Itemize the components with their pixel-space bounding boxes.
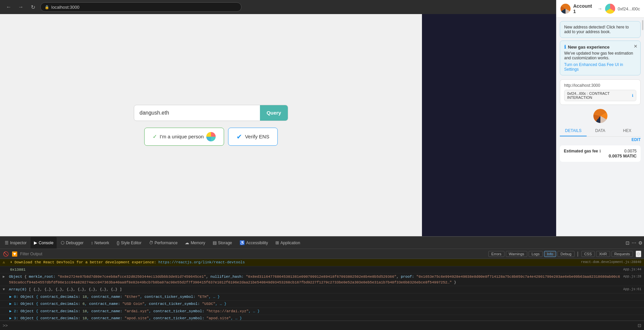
gas-fee-section: Estimated gas fee ℹ 0.0075 0.0075 MATIC xyxy=(560,145,641,162)
contract-info-icon[interactable]: ℹ xyxy=(632,93,633,98)
console-source: App.js:61 xyxy=(623,287,641,292)
browser-chrome: ← → ↻ 🔒 localhost:3000 xyxy=(0,0,644,14)
console-prompt: >> xyxy=(3,323,8,328)
errors-filter-button[interactable]: Errors xyxy=(488,251,504,257)
expand-icon[interactable]: ▶ xyxy=(3,274,5,280)
responsive-mode-button[interactable]: ⊡ xyxy=(626,240,630,246)
security-icon: 🔒 xyxy=(45,5,49,9)
fox-logo xyxy=(593,109,607,123)
site-info: http://localhost:3000 0xf24...l00c : CON… xyxy=(560,79,641,105)
metamask-header: Account 1 → 0xf24...l00c xyxy=(556,0,644,18)
xhr-filter-button[interactable]: XHR xyxy=(596,251,610,257)
tab-data[interactable]: DATA xyxy=(587,126,613,136)
tab-inspector[interactable]: ☰ Inspector xyxy=(1,237,30,249)
verify-icon: ✔ xyxy=(236,133,242,141)
warnings-filter-button[interactable]: Warnings xyxy=(506,251,527,257)
worldid-button[interactable]: ✓ I'm a unique person xyxy=(144,128,224,146)
network-label: Network xyxy=(95,241,109,245)
gas-notice-close-button[interactable]: ✕ xyxy=(634,44,638,49)
contract-badge: 0xf24...l00c : CONTRACT INTERACTION ℹ xyxy=(564,90,636,101)
gas-notice: ✕ ℹ New gas experience We've updated how… xyxy=(560,41,641,75)
address-short: 0xf24...l00c xyxy=(618,6,640,11)
css-filter-button[interactable]: CSS xyxy=(581,251,595,257)
page-content: Query ✓ I'm a unique person ✔ Verify ENS xyxy=(134,105,288,146)
tab-storage[interactable]: ▤ Storage xyxy=(209,237,235,249)
console-output: ⚠ ⬇ Download the React DevTools for a be… xyxy=(0,259,644,321)
expand-icon[interactable]: ▼ xyxy=(3,287,5,292)
arrow-icon[interactable]: → xyxy=(598,6,602,11)
debug-filter-button[interactable]: Debug xyxy=(557,251,574,257)
reload-button[interactable]: ↻ xyxy=(28,2,38,12)
style-editor-icon: {} xyxy=(117,240,120,245)
tab-accessibility[interactable]: ♿ Accessibility xyxy=(236,237,271,249)
filter-toggle-button[interactable]: 🔽 xyxy=(11,251,17,257)
accessibility-label: Accessibility xyxy=(246,241,268,245)
console-text: 0x13881 xyxy=(10,267,621,273)
check-icon: ✓ xyxy=(153,133,157,140)
inspector-icon: ☰ xyxy=(5,240,9,245)
inspector-label: Inspector xyxy=(10,241,26,245)
filter-output-label: Filter Output xyxy=(20,252,42,256)
logs-filter-button[interactable]: Logs xyxy=(529,251,543,257)
devtools-panel: ☰ Inspector ▶ Console ⬡ Debugger ↕ Netwo… xyxy=(0,236,644,330)
search-bar: Query xyxy=(134,105,288,121)
tab-details[interactable]: DETAILS xyxy=(560,126,587,136)
console-text: ▶ 1: Object { contract_decimals: 6, cont… xyxy=(9,301,641,307)
gas-fee-label: Estimated gas fee ℹ xyxy=(564,149,601,153)
contract-badge-text: 0xf24...l00c : CONTRACT INTERACTION xyxy=(567,91,630,100)
console-settings-button[interactable]: ⚙ xyxy=(636,251,641,257)
console-line[interactable]: ▶ Object { merkle_root: "0x8e2724e87b8d7… xyxy=(0,273,644,286)
address-bar[interactable]: 🔒 localhost:3000 xyxy=(40,2,241,12)
action-buttons: ✓ I'm a unique person ✔ Verify ENS xyxy=(144,128,278,146)
tab-application[interactable]: ⊞ Application xyxy=(272,237,304,249)
fox-logo-container xyxy=(556,109,644,123)
console-line: ▶ 1: Object { contract_decimals: 6, cont… xyxy=(0,301,644,308)
console-input-row: >> ⊡ xyxy=(0,321,644,330)
console-toolbar: 🚫 🔽 Filter Output Errors Warnings Logs I… xyxy=(0,249,644,259)
more-tools-button[interactable]: ⋯ xyxy=(632,240,636,246)
gas-notice-body: We've updated how gas fee estimation and… xyxy=(564,51,633,60)
notification-text: New address detected! Click here to add … xyxy=(564,25,629,34)
metamask-scrollbar[interactable] xyxy=(642,20,643,30)
devtools-right-controls: ⊡ ⋯ ⚙ xyxy=(626,240,643,246)
style-editor-label: Style Editor xyxy=(121,241,141,245)
gas-notice-link[interactable]: Turn on Enhanced Gas Fee UI in Settings xyxy=(564,62,636,72)
performance-label: Performance xyxy=(155,241,178,245)
info-filter-button[interactable]: Info xyxy=(544,251,556,257)
address-notification[interactable]: New address detected! Click here to add … xyxy=(560,21,641,38)
clear-console-button[interactable]: 🚫 xyxy=(3,251,9,257)
console-line: ▶ 0: Object { contract_decimals: 18, con… xyxy=(0,293,644,301)
worldid-button-label: I'm a unique person xyxy=(160,134,204,139)
verify-ens-button[interactable]: ✔ Verify ENS xyxy=(228,128,278,146)
query-button[interactable]: Query xyxy=(260,105,288,121)
verify-button-label: Verify ENS xyxy=(245,134,269,139)
back-button[interactable]: ← xyxy=(4,2,13,12)
tab-debugger[interactable]: ⬡ Debugger xyxy=(57,237,87,249)
tab-hex[interactable]: HEX xyxy=(614,126,641,136)
tab-performance[interactable]: ⏱ Performance xyxy=(146,237,181,249)
gas-fee-eth: 0.0075 xyxy=(608,149,637,153)
expand-panel-icon[interactable]: ⊡ xyxy=(638,323,641,328)
console-input[interactable] xyxy=(10,323,638,328)
tab-network[interactable]: ↕ Network xyxy=(88,237,113,249)
requests-filter-button[interactable]: Requests xyxy=(611,251,633,257)
console-line[interactable]: ▼ Array(8) [ {…}, {…}, {…}, {…}, {…}, {…… xyxy=(0,286,644,293)
tab-memory[interactable]: ☁ Memory xyxy=(181,237,208,249)
metamask-tabs: DETAILS DATA HEX xyxy=(560,126,641,137)
console-icon: ▶ xyxy=(34,240,37,245)
tab-style-editor[interactable]: {} Style Editor xyxy=(113,237,145,249)
account-name: Account 1 xyxy=(573,3,595,14)
gas-notice-title: ℹ New gas experience xyxy=(564,44,636,50)
console-line: 0x13881 App.js:44 xyxy=(0,266,644,274)
forward-button[interactable]: → xyxy=(16,2,25,12)
gas-fee-row: Estimated gas fee ℹ 0.0075 0.0075 MATIC xyxy=(564,149,637,158)
console-source: react-dom.development.js:28840 xyxy=(581,260,641,265)
edit-button[interactable]: EDIT xyxy=(560,137,641,142)
gas-fee-info-icon[interactable]: ℹ xyxy=(599,149,601,153)
console-text: Array(8) [ {…}, {…}, {…}, {…}, {…}, {…},… xyxy=(9,287,621,292)
tab-console[interactable]: ▶ Console xyxy=(31,237,57,249)
console-line: ⚠ ⬇ Download the React DevTools for a be… xyxy=(0,259,644,266)
ens-search-input[interactable] xyxy=(134,110,260,116)
url-display: localhost:3000 xyxy=(51,5,79,10)
devtools-settings-button[interactable]: ⚙ xyxy=(638,240,643,246)
